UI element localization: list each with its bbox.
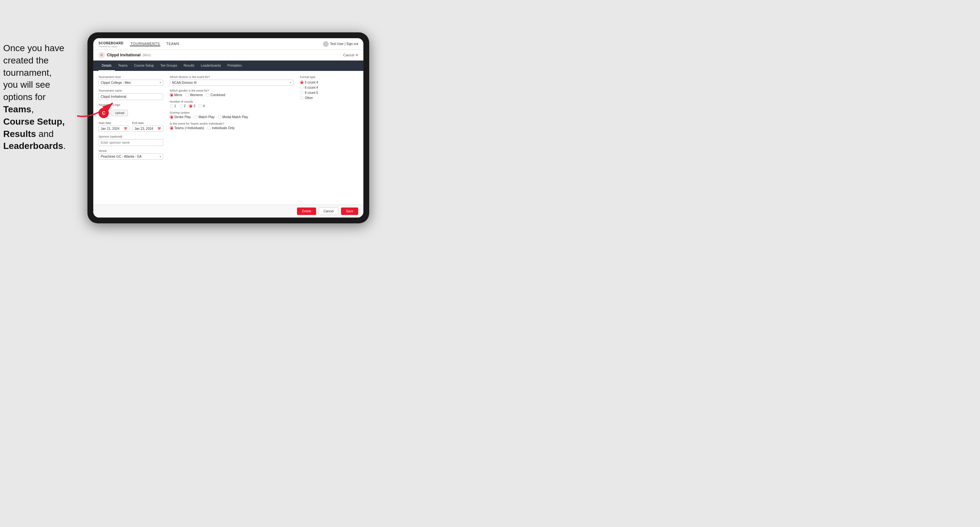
scoring-stroke-radio[interactable] xyxy=(170,115,173,119)
tab-course-setup[interactable]: Course Setup xyxy=(131,60,157,71)
dates-group: Start date Jan 21, 2024 📅 End date Jan 2… xyxy=(99,121,163,132)
teams-group: Is this event for Teams and/or Individua… xyxy=(170,122,293,130)
instruction-bold1: Teams xyxy=(3,104,32,114)
instruction-text: Once you have created the tournament, yo… xyxy=(0,42,78,152)
rounds-label: Number of rounds xyxy=(170,100,293,103)
rounds-4-radio[interactable] xyxy=(199,104,202,108)
format-6count4-radio[interactable] xyxy=(300,86,304,89)
gender-mens-radio[interactable] xyxy=(170,93,173,97)
tab-printables[interactable]: Printables xyxy=(224,60,245,71)
scoring-medal-radio[interactable] xyxy=(218,115,221,119)
tournament-host-select[interactable]: Clippd College - Men ▾ xyxy=(99,79,163,86)
tournament-host-value: Clippd College - Men xyxy=(101,81,131,84)
tournament-host-label: Tournament Host xyxy=(99,75,163,79)
venue-label: Venue xyxy=(99,149,163,152)
rounds-1-radio[interactable] xyxy=(170,104,173,108)
tab-details[interactable]: Details xyxy=(99,60,115,71)
gender-combined[interactable]: Combined xyxy=(206,93,225,97)
rounds-4[interactable]: 4 xyxy=(199,104,205,108)
scoring-stroke[interactable]: Stroke Play xyxy=(170,115,191,119)
end-date-input[interactable]: Jan 23, 2024 📅 xyxy=(132,125,163,132)
scoring-label: Scoring system xyxy=(170,111,293,114)
tablet-screen: SCOREBOARD Powered by clippd TOURNAMENTS… xyxy=(93,38,363,217)
start-date-input[interactable]: Jan 21, 2024 📅 xyxy=(99,125,130,132)
date-row: Start date Jan 21, 2024 📅 End date Jan 2… xyxy=(99,121,163,132)
end-date-value: Jan 23, 2024 xyxy=(134,127,153,130)
save-button[interactable]: Save xyxy=(341,208,358,215)
delete-button[interactable]: Delete xyxy=(297,208,316,215)
logo-sub: Powered by clippd xyxy=(99,45,123,48)
logo-circle: C xyxy=(99,108,109,118)
logo-upload-row: C Upload xyxy=(99,108,163,118)
teams-plus-radio[interactable] xyxy=(170,126,173,130)
tab-results[interactable]: Results xyxy=(180,60,197,71)
division-select[interactable]: NCAA Division III ▾ xyxy=(170,79,293,86)
col-middle: Which division is the event for? NCAA Di… xyxy=(170,75,293,200)
tournament-name-label: Tournament name xyxy=(99,89,163,92)
gender-group: Which gender is the event for? Mens Wome… xyxy=(170,89,293,97)
col-right: Format type 5 count 4 6 count 4 6 count … xyxy=(300,75,358,200)
scoring-match-radio[interactable] xyxy=(194,115,197,119)
rounds-2-radio[interactable] xyxy=(180,104,183,108)
gender-womens-radio[interactable] xyxy=(185,93,189,97)
scoring-medal[interactable]: Medal Match Play xyxy=(218,115,248,119)
rounds-3[interactable]: 3 xyxy=(189,104,195,108)
division-group: Which division is the event for? NCAA Di… xyxy=(170,75,293,86)
logo-area: SCOREBOARD Powered by clippd xyxy=(99,40,123,48)
scoring-radio-group: Stroke Play Match Play Medal Match Play xyxy=(170,115,293,119)
tab-leaderboards[interactable]: Leaderboards xyxy=(197,60,224,71)
gender-womens[interactable]: Womens xyxy=(185,93,202,97)
format-5count4-radio[interactable] xyxy=(300,81,304,84)
start-date-field: Start date Jan 21, 2024 📅 xyxy=(99,121,130,132)
tournament-header: C Clippd Invitational (Men) Cancel ✕ xyxy=(93,50,363,60)
format-other-radio[interactable] xyxy=(300,96,304,100)
sponsor-group: Sponsor (optional) xyxy=(99,135,163,146)
scoring-match[interactable]: Match Play xyxy=(194,115,215,119)
rounds-3-radio[interactable] xyxy=(189,104,192,108)
format-other[interactable]: Other xyxy=(300,96,358,100)
user-avatar xyxy=(323,41,329,47)
upload-button[interactable]: Upload xyxy=(111,110,128,116)
teams-plus-individuals[interactable]: Teams (+Individuals) xyxy=(170,126,204,130)
sponsor-label: Sponsor (optional) xyxy=(99,135,163,138)
division-value: NCAA Division III xyxy=(172,81,197,84)
nav-teams[interactable]: TEAMS xyxy=(165,42,180,46)
nav-tournaments[interactable]: TOURNAMENTS xyxy=(130,42,160,46)
rounds-2[interactable]: 2 xyxy=(180,104,186,108)
format-6count4[interactable]: 6 count 4 xyxy=(300,86,358,89)
tournament-name-group: Tournament name xyxy=(99,89,163,100)
venue-value: Peachtree GC - Atlanta - GA xyxy=(101,155,142,158)
individuals-only-radio[interactable] xyxy=(207,126,211,130)
venue-select[interactable]: Peachtree GC - Atlanta - GA ▾ xyxy=(99,154,163,160)
individuals-only[interactable]: Individuals Only xyxy=(207,126,235,130)
calendar-icon: 📅 xyxy=(124,127,127,130)
tab-bar: Details Teams Course Setup Tee Groups Re… xyxy=(93,60,363,71)
tablet-device: SCOREBOARD Powered by clippd TOURNAMENTS… xyxy=(88,32,369,223)
tab-tee-groups[interactable]: Tee Groups xyxy=(157,60,180,71)
cancel-top-button[interactable]: Cancel ✕ xyxy=(343,53,358,57)
tab-teams[interactable]: Teams xyxy=(115,60,131,71)
tournament-name-input[interactable] xyxy=(99,93,163,100)
rounds-1[interactable]: 1 xyxy=(170,104,176,108)
rounds-group: Number of rounds 1 2 3 xyxy=(170,100,293,108)
gender-combined-radio[interactable] xyxy=(206,93,210,97)
chevron-venue-icon: ▾ xyxy=(160,155,161,158)
sponsor-input[interactable] xyxy=(99,139,163,146)
tournament-logo-group: Tournament logo C Upload xyxy=(99,103,163,118)
chevron-division-icon: ▾ xyxy=(290,81,291,84)
user-label[interactable]: Test User | Sign out xyxy=(330,42,358,46)
format-6count5-radio[interactable] xyxy=(300,91,304,95)
nav-links: TOURNAMENTS TEAMS xyxy=(130,42,323,46)
gender-mens[interactable]: Mens xyxy=(170,93,182,97)
instruction-line2: created the xyxy=(3,56,49,65)
format-6count5[interactable]: 6 count 5 xyxy=(300,91,358,95)
format-label: Format type xyxy=(300,75,358,79)
teams-label: Is this event for Teams and/or Individua… xyxy=(170,122,293,125)
cancel-button[interactable]: Cancel xyxy=(319,208,339,215)
col-left: Tournament Host Clippd College - Men ▾ T… xyxy=(99,75,163,200)
calendar-icon-end: 📅 xyxy=(158,127,161,130)
tournament-host-group: Tournament Host Clippd College - Men ▾ xyxy=(99,75,163,86)
end-date-field: End date Jan 23, 2024 📅 xyxy=(132,121,163,132)
bottom-bar: Delete Cancel Save xyxy=(93,205,363,217)
format-5count4[interactable]: 5 count 4 xyxy=(300,81,358,84)
